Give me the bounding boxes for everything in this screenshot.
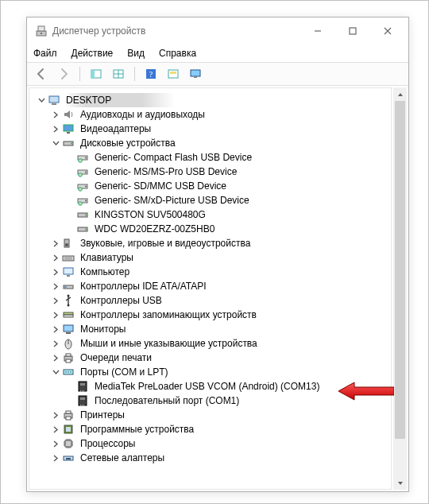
expander-icon[interactable]: [50, 123, 61, 134]
vertical-scrollbar[interactable]: [393, 87, 407, 490]
expander-icon[interactable]: [50, 352, 61, 363]
node-printers[interactable]: Принтеры: [34, 408, 391, 422]
scroll-thumb[interactable]: [395, 101, 405, 439]
node-computer[interactable]: Компьютер: [34, 265, 391, 279]
expander-icon[interactable]: [50, 409, 61, 421]
node-label: Контроллеры запоминающих устройств: [79, 308, 258, 322]
computer-icon: [47, 94, 61, 107]
node-label: Клавиатуры: [79, 250, 135, 265]
node-label: Дисковые устройства: [79, 136, 177, 150]
node-root[interactable]: DESKTOP: [34, 93, 391, 107]
node-ide[interactable]: Контроллеры IDE ATA/ATAPI: [34, 279, 391, 293]
node-disk-kingston[interactable]: KINGSTON SUV500480G: [34, 207, 391, 222]
expander-icon[interactable]: [50, 309, 61, 320]
expander-icon[interactable]: [50, 295, 61, 306]
expander-icon[interactable]: [36, 95, 47, 106]
svg-rect-5: [91, 70, 95, 78]
disk-icon: [61, 137, 75, 149]
mouse-icon: [61, 337, 75, 350]
node-network[interactable]: Сетевые алаптеры: [34, 451, 391, 465]
pc-icon: [61, 266, 75, 278]
node-audio[interactable]: Аудиовходы и аудиовыходы: [34, 107, 391, 122]
cpu-icon: [61, 437, 75, 450]
software-icon: [61, 423, 75, 436]
expander-icon[interactable]: [50, 109, 61, 120]
expander-icon[interactable]: [50, 438, 61, 449]
svg-rect-12: [194, 76, 197, 78]
device-tree[interactable]: DESKTOPАудиовходы и аудиовыходыВидеоадап…: [29, 87, 392, 490]
toolbar: ?: [27, 62, 408, 86]
node-mice[interactable]: Мыши и иные указывающие устройства: [34, 336, 391, 351]
node-printq[interactable]: Очереди печати: [34, 351, 391, 365]
node-label: Generic- SD/MMC USB Device: [93, 179, 228, 193]
node-disk-cf[interactable]: Generic- Compact Flash USB Device: [34, 150, 391, 165]
minimize-button[interactable]: [300, 19, 335, 43]
diskchild-icon: [75, 180, 90, 192]
properties-grid-button[interactable]: [109, 64, 128, 83]
ide-icon: [61, 280, 75, 293]
scroll-down-button[interactable]: [393, 476, 407, 490]
node-label: Сетевые алаптеры: [79, 451, 166, 465]
close-button[interactable]: [370, 19, 405, 43]
node-label: Контроллеры IDE ATA/ATAPI: [79, 279, 208, 293]
help-button[interactable]: ?: [141, 64, 160, 83]
node-label: Аудиовходы и аудиовыходы: [79, 107, 207, 122]
node-cpu[interactable]: Процессоры: [34, 436, 391, 451]
node-monitors[interactable]: Мониторы: [34, 322, 391, 336]
forward-button[interactable]: [54, 64, 73, 83]
scan-hardware-button[interactable]: [164, 64, 183, 83]
node-port-mediatek[interactable]: MediaTek PreLoader USB VCOM (Android) (C…: [34, 379, 391, 394]
node-label: DESKTOP: [64, 93, 175, 107]
menu-view[interactable]: Вид: [126, 46, 146, 60]
node-label: WDC WD20EZRZ-00Z5HB0: [93, 222, 216, 236]
node-label: Очереди печати: [79, 351, 153, 365]
node-storage[interactable]: Контроллеры запоминающих устройств: [34, 308, 391, 322]
expander-icon[interactable]: [50, 266, 61, 277]
expander-icon[interactable]: [50, 138, 61, 149]
expander-icon[interactable]: [50, 281, 61, 292]
toolbar-separator: [79, 67, 80, 81]
node-disks[interactable]: Дисковые устройства: [34, 136, 391, 150]
node-label: Generic- SM/xD-Picture USB Device: [93, 193, 251, 207]
expander-icon[interactable]: [50, 252, 61, 263]
node-ports[interactable]: Порты (COM и LPT): [34, 365, 391, 379]
expander-icon[interactable]: [50, 366, 61, 378]
monitor-icon: [61, 323, 75, 335]
show-hide-tree-button[interactable]: [87, 64, 106, 83]
svg-text:?: ?: [149, 70, 153, 79]
node-disk-xd[interactable]: Generic- SM/xD-Picture USB Device: [34, 193, 391, 207]
back-button[interactable]: [32, 64, 51, 83]
node-video[interactable]: Видеоадаптеры: [34, 122, 391, 136]
expander-icon[interactable]: [50, 424, 61, 435]
node-disk-ms[interactable]: Generic- MS/MS-Pro USB Device: [34, 165, 391, 179]
menu-help[interactable]: Справка: [157, 46, 198, 60]
scroll-up-button[interactable]: [393, 87, 407, 101]
node-software[interactable]: Программные устройства: [34, 422, 391, 436]
svg-rect-3: [350, 28, 356, 34]
node-keyboards[interactable]: Клавиатуры: [34, 250, 391, 265]
maximize-button[interactable]: [335, 19, 370, 43]
portchild-icon: [75, 380, 90, 393]
expander-icon[interactable]: [50, 338, 61, 349]
scroll-track[interactable]: [393, 101, 407, 476]
monitor-mode-button[interactable]: [186, 64, 205, 83]
expander-icon[interactable]: [50, 238, 61, 249]
node-sound[interactable]: Звуковые, игровые и видеоустройства: [34, 236, 391, 250]
device-manager-window: Диспетчер устройств Файл Действие Вид Сп…: [26, 17, 409, 492]
node-disk-wdc[interactable]: WDC WD20EZRZ-00Z5HB0: [34, 222, 391, 236]
node-label: KINGSTON SUV500480G: [93, 207, 207, 222]
expander-icon[interactable]: [50, 452, 61, 463]
svg-rect-1: [38, 26, 44, 31]
svg-rect-10: [170, 72, 176, 74]
audio-icon: [61, 108, 75, 121]
node-disk-sd[interactable]: Generic- SD/MMC USB Device: [34, 179, 391, 193]
expander-icon[interactable]: [50, 324, 61, 335]
menu-file[interactable]: Файл: [32, 46, 59, 60]
menu-action[interactable]: Действие: [70, 46, 115, 60]
node-label: Процессоры: [79, 436, 137, 451]
content-area: DESKTOPАудиовходы и аудиовыходыВидеоадап…: [27, 86, 408, 491]
svg-rect-11: [191, 70, 200, 76]
node-port-serial[interactable]: Последовательный порт (COM1): [34, 394, 391, 408]
node-label: Мыши и иные указывающие устройства: [79, 336, 259, 351]
node-usb[interactable]: Контроллеры USB: [34, 293, 391, 308]
